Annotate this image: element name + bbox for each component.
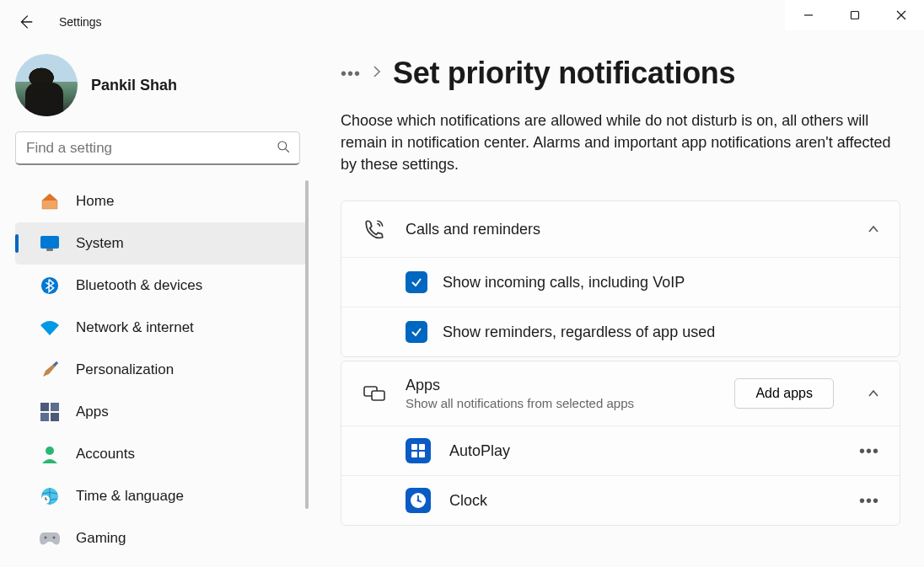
sidebar-item-label: Personalization (76, 361, 174, 378)
svg-point-16 (45, 537, 47, 539)
sidebar-item-label: Gaming (76, 530, 126, 547)
maximize-button[interactable] (831, 0, 878, 30)
svg-point-4 (278, 142, 287, 150)
sidebar-item-label: System (76, 235, 124, 252)
scrollbar[interactable] (305, 180, 309, 509)
app-row-autoplay[interactable]: AutoPlay ••• (341, 425, 900, 475)
sidebar-item-label: Home (76, 193, 114, 210)
svg-rect-12 (51, 413, 59, 421)
sidebar-item-network[interactable]: Network & internet (15, 307, 307, 349)
section-title: Calls and reminders (406, 221, 849, 238)
main-content: ••• Set priority notifications Choose wh… (315, 44, 924, 567)
section-subtitle: Show all notifications from selected app… (406, 396, 716, 410)
svg-rect-10 (51, 403, 59, 411)
sidebar-item-bluetooth[interactable]: Bluetooth & devices (15, 265, 307, 307)
checkbox-checked[interactable] (406, 321, 427, 343)
phone-icon (362, 217, 387, 242)
window-controls (785, 0, 924, 30)
add-apps-button[interactable]: Add apps (734, 378, 834, 409)
svg-rect-9 (40, 403, 49, 411)
wifi-icon (39, 317, 61, 339)
app-row-clock[interactable]: Clock ••• (341, 475, 900, 525)
svg-point-25 (417, 500, 420, 502)
chevron-right-icon (373, 65, 381, 82)
svg-rect-20 (411, 444, 417, 450)
bluetooth-icon (39, 275, 61, 297)
search-input[interactable] (26, 140, 276, 157)
more-icon[interactable]: ••• (859, 491, 879, 511)
search-icon[interactable] (276, 139, 291, 158)
chevron-up-icon[interactable] (868, 386, 879, 401)
sidebar: Pankil Shah Home System (0, 44, 315, 567)
breadcrumb: ••• Set priority notifications (341, 56, 900, 91)
option-label: Show reminders, regardless of app used (443, 324, 715, 341)
svg-point-17 (53, 537, 56, 539)
system-icon (39, 233, 61, 254)
svg-rect-23 (419, 452, 425, 457)
apps-card: Apps Show all notifications from selecte… (341, 361, 900, 526)
nav: Home System Bluetooth & devices Network … (0, 180, 315, 559)
sidebar-item-label: Apps (76, 404, 109, 420)
svg-rect-6 (40, 236, 59, 249)
search-box[interactable] (15, 131, 300, 165)
sidebar-item-time[interactable]: Time & language (15, 475, 307, 517)
svg-point-13 (46, 447, 54, 455)
app-name: AutoPlay (449, 442, 841, 460)
accounts-icon (39, 443, 61, 465)
calls-option-reminders[interactable]: Show reminders, regardless of app used (341, 307, 900, 356)
sidebar-item-apps[interactable]: Apps (15, 391, 307, 433)
avatar (15, 54, 78, 116)
svg-rect-1 (851, 12, 858, 19)
sidebar-item-label: Accounts (76, 446, 135, 463)
calls-reminders-header[interactable]: Calls and reminders (341, 201, 900, 257)
sidebar-item-accounts[interactable]: Accounts (15, 433, 307, 475)
svg-rect-21 (419, 444, 425, 450)
calls-option-voip[interactable]: Show incoming calls, including VoIP (341, 257, 900, 307)
page-description: Choose which notifications are allowed w… (341, 110, 897, 175)
sidebar-item-label: Network & internet (76, 319, 194, 336)
apps-section-icon (362, 381, 387, 406)
user-name: Pankil Shah (91, 77, 177, 94)
more-icon[interactable]: ••• (859, 441, 879, 461)
calls-reminders-card: Calls and reminders Show incoming calls,… (341, 201, 900, 357)
option-label: Show incoming calls, including VoIP (443, 274, 685, 292)
gaming-icon (39, 527, 61, 549)
app-title: Settings (59, 15, 102, 29)
clock-icon (406, 488, 431, 513)
section-title: Apps (406, 377, 716, 394)
svg-rect-7 (46, 249, 53, 251)
profile[interactable]: Pankil Shah (0, 44, 315, 131)
sidebar-item-gaming[interactable]: Gaming (15, 517, 307, 559)
apps-header[interactable]: Apps Show all notifications from selecte… (341, 361, 900, 425)
brush-icon (39, 359, 61, 381)
sidebar-item-home[interactable]: Home (15, 180, 307, 222)
back-button[interactable] (15, 12, 35, 32)
svg-rect-19 (372, 391, 384, 400)
minimize-button[interactable] (785, 0, 831, 30)
sidebar-item-label: Bluetooth & devices (76, 277, 202, 294)
breadcrumb-more-icon[interactable]: ••• (341, 64, 361, 83)
sidebar-item-personalization[interactable]: Personalization (15, 349, 307, 391)
page-title: Set priority notifications (393, 56, 735, 91)
svg-line-5 (286, 148, 289, 152)
checkbox-checked[interactable] (406, 271, 427, 293)
autoplay-icon (406, 438, 431, 463)
app-name: Clock (449, 492, 841, 510)
apps-icon (39, 401, 61, 423)
sidebar-item-system[interactable]: System (15, 222, 307, 265)
chevron-up-icon[interactable] (868, 222, 879, 237)
globe-icon (39, 485, 61, 507)
svg-rect-22 (411, 452, 417, 457)
close-button[interactable] (878, 0, 924, 30)
svg-rect-11 (40, 413, 49, 421)
sidebar-item-label: Time & language (76, 488, 184, 505)
home-icon (39, 190, 61, 212)
